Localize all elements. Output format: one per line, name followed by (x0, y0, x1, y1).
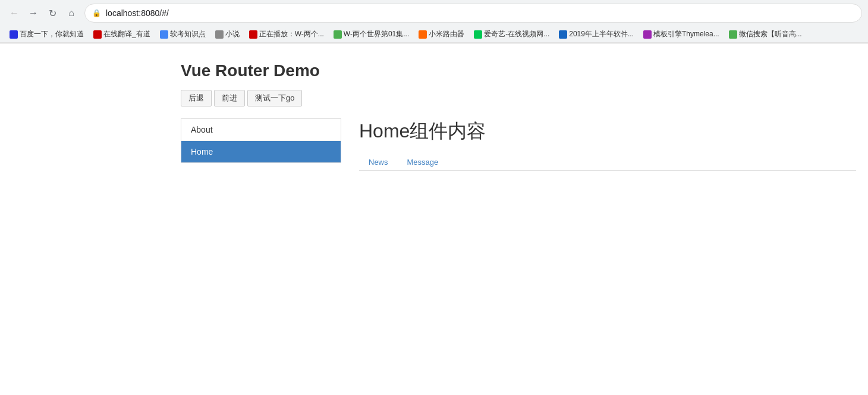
bookmark-label: 模板引擎Thymelea... (653, 29, 719, 39)
address-bar[interactable]: 🔒 localhost:8080/#/ (84, 4, 862, 23)
bookmark-item-5[interactable]: W-两个世界第01集... (330, 28, 413, 40)
bookmark-label: 百度一下，你就知道 (20, 29, 84, 39)
bookmark-item-9[interactable]: 模板引擎Thymelea... (640, 28, 723, 40)
bookmark-favicon (10, 30, 18, 39)
bookmark-favicon (249, 30, 257, 39)
nav-buttons: ← → ↻ ⌂ (6, 5, 80, 21)
bookmark-item-2[interactable]: 软考知识点 (156, 28, 209, 40)
bookmark-label: 爱奇艺-在线视频网... (484, 29, 549, 39)
browser-chrome: ← → ↻ ⌂ 🔒 localhost:8080/#/ 百度一下，你就知道在线翻… (0, 0, 868, 43)
bookmark-label: 2019年上半年软件... (569, 29, 634, 39)
browser-toolbar: ← → ↻ ⌂ 🔒 localhost:8080/#/ (0, 0, 868, 26)
sidebar-item-about[interactable]: About (181, 119, 341, 141)
forward-btn[interactable]: 前进 (214, 90, 245, 106)
bookmark-label: 小米路由器 (429, 29, 464, 39)
bookmark-label: 微信搜索【听音高... (739, 29, 802, 39)
bookmark-favicon (93, 30, 102, 39)
content-area: Home组件内容 NewsMessage (341, 118, 856, 171)
bookmark-favicon (643, 30, 652, 39)
bookmark-favicon (334, 30, 342, 39)
home-button[interactable]: ⌂ (63, 5, 80, 21)
bookmark-item-4[interactable]: 正在播放：W-两个... (246, 28, 328, 40)
nav-sidebar: AboutHome (181, 118, 341, 163)
sub-nav-item-news[interactable]: News (359, 154, 398, 170)
bookmark-favicon (160, 30, 168, 39)
bookmark-favicon (474, 30, 482, 39)
bookmark-item-8[interactable]: 2019年上半年软件... (555, 28, 637, 40)
bookmark-item-0[interactable]: 百度一下，你就知道 (6, 28, 87, 40)
test-btn[interactable]: 测试一下go (247, 90, 302, 106)
bookmark-label: W-两个世界第01集... (344, 29, 409, 39)
lock-icon: 🔒 (92, 9, 101, 17)
bookmarks-bar: 百度一下，你就知道在线翻译_有道软考知识点小说正在播放：W-两个...W-两个世… (0, 26, 868, 43)
bookmark-favicon (419, 30, 427, 39)
reload-button[interactable]: ↻ (44, 5, 61, 21)
sub-nav: NewsMessage (359, 154, 856, 171)
bookmark-favicon (729, 30, 737, 39)
main-layout: AboutHome Home组件内容 NewsMessage (181, 118, 856, 171)
back-button[interactable]: ← (6, 5, 23, 21)
url-text: localhost:8080/#/ (106, 8, 169, 18)
page-content: Vue Router Demo 后退 前进 测试一下go AboutHome H… (0, 43, 868, 189)
bookmark-label: 软考知识点 (170, 29, 206, 39)
sub-nav-item-message[interactable]: Message (398, 154, 448, 170)
bookmark-item-10[interactable]: 微信搜索【听音高... (725, 28, 806, 40)
sidebar-item-home[interactable]: Home (181, 141, 341, 162)
app-title: Vue Router Demo (181, 61, 856, 80)
bookmark-label: 正在播放：W-两个... (259, 29, 324, 39)
bookmark-label: 在线翻译_有道 (103, 29, 150, 39)
forward-button[interactable]: → (25, 5, 42, 21)
bookmark-item-6[interactable]: 小米路由器 (415, 28, 468, 40)
bookmark-favicon (215, 30, 224, 39)
button-group: 后退 前进 测试一下go (181, 90, 856, 106)
bookmark-favicon (559, 30, 567, 39)
bookmark-item-1[interactable]: 在线翻译_有道 (90, 28, 154, 40)
bookmark-label: 小说 (225, 29, 240, 39)
back-btn[interactable]: 后退 (181, 90, 212, 106)
bookmark-item-3[interactable]: 小说 (212, 28, 243, 40)
component-title: Home组件内容 (359, 118, 856, 145)
bookmark-item-7[interactable]: 爱奇艺-在线视频网... (470, 28, 553, 40)
